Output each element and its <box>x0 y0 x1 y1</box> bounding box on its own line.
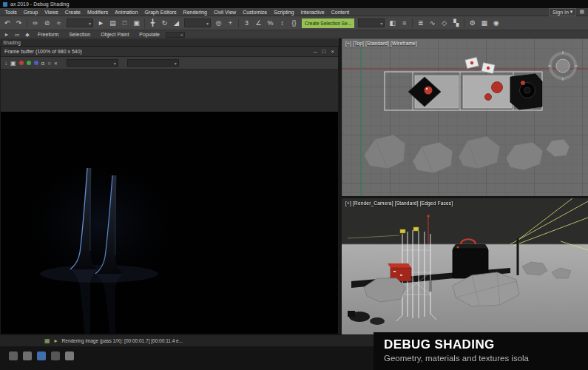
menu-item-scripting[interactable]: Scripting <box>271 10 297 15</box>
tab-selection[interactable]: Selection <box>64 32 95 37</box>
caption-title: DEBUG SHADING <box>384 337 588 352</box>
rendered-frame-window: Frame buffer (100% of 980 x 540) – □ × ↓… <box>0 46 339 334</box>
viewport-top[interactable]: [+] [Top] [Standard] [Wireframe] <box>342 38 588 196</box>
app-icon <box>3 2 7 7</box>
menu-item-animation[interactable]: Animation <box>112 10 141 15</box>
channel-mono-icon[interactable]: ○ <box>47 60 51 67</box>
undo-icon[interactable]: ↶ <box>1 18 13 29</box>
toolbar-separator <box>144 18 145 28</box>
render-window-title: Frame buffer (100% of 980 x 540) <box>4 49 82 54</box>
rendered-image-canvas[interactable] <box>1 112 338 334</box>
menu-item-modifiers[interactable]: Modifiers <box>84 10 111 15</box>
chevron-down-icon: ▾ <box>380 21 382 26</box>
chevron-down-icon: ▾ <box>89 21 91 26</box>
channel-alpha-icon[interactable]: α <box>41 60 45 67</box>
named-sets-dropdown[interactable]: ▾ <box>358 18 385 27</box>
render-window-title-bar[interactable]: Frame buffer (100% of 980 x 540) – □ × <box>1 47 338 57</box>
panel-tab-strip: Shading <box>0 39 341 46</box>
menu-item-interactive[interactable]: Interactive <box>297 10 328 15</box>
viewport-camera[interactable]: [+] [Render_Camera] [Standard] [Edged Fa… <box>342 198 588 334</box>
material-editor-icon[interactable]: ▚ <box>450 18 462 29</box>
angle-snap-icon[interactable]: ∠ <box>253 18 264 29</box>
ribbon-options-dropdown[interactable]: ▾ <box>166 32 185 38</box>
dock-icon-row <box>9 352 74 360</box>
dock-icon-4[interactable] <box>51 352 60 360</box>
yellow-cap-1 <box>400 229 405 233</box>
percent-snap-icon[interactable]: % <box>265 18 276 29</box>
selection-region-icon[interactable]: □ <box>119 18 130 29</box>
select-object-icon[interactable]: ► <box>95 18 107 29</box>
layer-explorer-icon[interactable]: ≣ <box>415 18 426 29</box>
viewport-label-camera[interactable]: [+] [Render_Camera] [Standard] [Edged Fa… <box>345 201 453 206</box>
menu-item-tools[interactable]: Tools <box>1 10 20 15</box>
curve-editor-icon[interactable]: ∿ <box>427 18 438 29</box>
menu-bar: Tools Group Views Create Modifiers Anima… <box>0 8 588 16</box>
menu-item-customize[interactable]: Customize <box>240 10 271 15</box>
render-setup-icon[interactable]: ⚙ <box>467 18 478 29</box>
tab-object-paint[interactable]: Object Paint <box>96 32 133 37</box>
tab-populate[interactable]: Populate <box>135 32 164 37</box>
select-and-move-icon[interactable]: ╋ <box>147 18 158 29</box>
area-to-render-dropdown[interactable]: ▾ <box>67 59 118 67</box>
clear-image-icon[interactable]: × <box>54 60 58 67</box>
rendered-frame-window-icon[interactable]: ▦ <box>479 18 490 29</box>
menu-item-graph-editors[interactable]: Graph Editors <box>141 10 180 15</box>
main-toolbar: ↶ ↷ ∞ ⊘ ≈ ▾ ► ▤ □ ▣ ╋ ↻ ◢ ▾ ◎ + 3 ∠ % ↕ … <box>0 16 588 30</box>
close-icon[interactable]: × <box>331 48 334 55</box>
channel-blue-icon[interactable] <box>34 61 38 65</box>
dock-icon-2[interactable] <box>23 352 32 360</box>
select-and-rotate-icon[interactable]: ↻ <box>159 18 170 29</box>
render-status-text: Rendering image (pass 1/X): [00:00:01.7]… <box>62 338 183 343</box>
ribbon-box-icon[interactable]: ▭ <box>13 32 21 38</box>
select-and-manipulate-icon[interactable]: + <box>225 18 236 29</box>
schematic-view-icon[interactable]: ◇ <box>439 18 450 29</box>
menu-item-rendering[interactable]: Rendering <box>180 10 210 15</box>
unlink-selection-icon[interactable]: ⊘ <box>41 18 53 29</box>
dock-icon-5[interactable] <box>65 352 74 360</box>
save-image-icon[interactable]: ↓ <box>4 60 7 67</box>
channel-green-icon[interactable] <box>27 61 31 65</box>
use-pivot-point-icon[interactable]: ◎ <box>213 18 224 29</box>
reference-coordinate-dropdown[interactable]: ▾ <box>184 18 211 27</box>
chevron-down-icon: ▾ <box>180 33 183 37</box>
maximize-icon[interactable]: □ <box>322 48 325 55</box>
bind-to-space-warp-icon[interactable]: ≈ <box>53 18 64 29</box>
tab-shading[interactable]: Shading <box>3 40 21 45</box>
menu-item-views[interactable]: Views <box>41 10 62 15</box>
dock-icon-3[interactable] <box>37 352 46 360</box>
select-and-link-icon[interactable]: ∞ <box>30 18 41 29</box>
mirror-icon[interactable]: ◧ <box>387 18 398 29</box>
menu-item-content[interactable]: Content <box>328 10 353 15</box>
ribbon-select-icon[interactable]: ► <box>2 32 11 37</box>
clone-window-icon[interactable]: ▣ <box>10 60 16 67</box>
create-selection-set-button[interactable]: Create Selection Se... <box>302 18 354 28</box>
yellow-cap-2 <box>413 227 419 231</box>
viewport-camera-svg <box>342 198 588 334</box>
select-and-scale-icon[interactable]: ◢ <box>171 18 182 29</box>
selection-filter-dropdown[interactable]: ▾ <box>67 18 93 27</box>
menu-item-create[interactable]: Create <box>61 10 84 15</box>
channel-red-icon[interactable] <box>19 61 24 65</box>
named-selection-sets-icon[interactable]: {} <box>288 18 300 29</box>
minimize-icon[interactable]: – <box>314 48 317 55</box>
render-window-toolbar: ↓ ▣ α ○ × ▾ ▾ <box>1 57 338 70</box>
tab-freeform[interactable]: Freeform <box>33 32 63 37</box>
render-play-icon[interactable]: ▸ <box>55 337 58 344</box>
select-by-name-icon[interactable]: ▤ <box>107 18 118 29</box>
dock-icon-1[interactable] <box>9 352 18 360</box>
viewport-select-dropdown[interactable]: ▾ <box>127 59 179 67</box>
align-icon[interactable]: ≡ <box>399 18 410 29</box>
window-crossing-icon[interactable]: ▣ <box>131 18 142 29</box>
toolbar-separator <box>27 18 27 28</box>
spinner-snap-icon[interactable]: ↕ <box>277 18 288 29</box>
sign-in-button[interactable]: Sign In ▾ <box>549 8 576 16</box>
redo-icon[interactable]: ↷ <box>13 18 24 29</box>
menu-item-group[interactable]: Group <box>20 10 41 15</box>
snap-toggle-3d-icon[interactable]: 3 <box>241 18 252 29</box>
caption-subtitle: Geometry, materials and textures isola <box>384 354 588 363</box>
viewport-label-top[interactable]: [+] [Top] [Standard] [Wireframe] <box>345 41 417 46</box>
render-production-icon[interactable]: ◉ <box>490 18 501 29</box>
ribbon-poly-icon[interactable]: ◆ <box>23 32 32 38</box>
menu-item-civil-view[interactable]: Civil View <box>210 10 239 15</box>
workspaces-icon[interactable]: ▦ <box>579 9 584 15</box>
